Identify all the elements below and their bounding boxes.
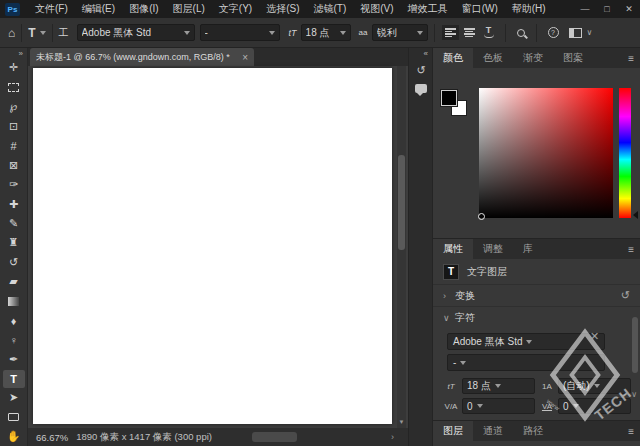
panel-menu-icon[interactable]: ≡ bbox=[628, 239, 634, 259]
rectangle-tool[interactable] bbox=[0, 407, 28, 426]
workspace-panel-icon[interactable] bbox=[569, 28, 582, 38]
font-family-select[interactable]: Adobe 黑体 Std bbox=[77, 24, 195, 41]
menu-help[interactable]: 帮助(H) bbox=[505, 0, 553, 18]
tab-gradients[interactable]: 渐变 bbox=[513, 48, 553, 68]
kerning-select[interactable]: 0 bbox=[462, 398, 535, 414]
menu-layer[interactable]: 图层(L) bbox=[166, 0, 212, 18]
menu-filter[interactable]: 滤镜(T) bbox=[307, 0, 354, 18]
anti-alias-select[interactable]: 锐利 bbox=[372, 24, 428, 41]
healing-brush-tool[interactable]: ✚ bbox=[0, 194, 28, 213]
horizontal-scrollbar-thumb[interactable] bbox=[252, 432, 297, 442]
vertical-scrollbar-thumb[interactable] bbox=[398, 155, 405, 250]
history-brush-tool[interactable]: ↺ bbox=[0, 253, 28, 272]
menu-file[interactable]: 文件(F) bbox=[28, 0, 75, 18]
help-icon[interactable]: ? bbox=[548, 27, 559, 38]
properties-font-family-select[interactable]: Adobe 黑体 Std bbox=[447, 333, 605, 350]
font-style-select[interactable]: - bbox=[200, 24, 280, 41]
search-icon[interactable] bbox=[517, 29, 525, 37]
gradient-tool[interactable] bbox=[0, 292, 28, 311]
marquee-tool[interactable] bbox=[0, 77, 28, 96]
horizontal-scrollbar[interactable] bbox=[252, 432, 372, 442]
tool-preset-caret-icon[interactable] bbox=[40, 31, 46, 35]
menu-window[interactable]: 窗口(W) bbox=[455, 0, 505, 18]
align-center-button[interactable] bbox=[464, 28, 475, 37]
saturation-brightness-picker[interactable] bbox=[479, 88, 613, 218]
tab-channels[interactable]: 通道 bbox=[473, 421, 513, 441]
hand-tool[interactable]: ✋ bbox=[0, 426, 28, 445]
move-tool[interactable]: ✛ bbox=[0, 58, 28, 77]
hue-slider-marker[interactable] bbox=[633, 211, 638, 219]
document-tab[interactable]: 未标题-1 @ 66.7% (www.gndown.com, RGB/8) * … bbox=[30, 48, 254, 66]
menu-plugins[interactable]: 增效工具 bbox=[401, 0, 455, 18]
pen-tool[interactable]: ✒ bbox=[0, 350, 28, 369]
font-size-select[interactable]: 18 点 bbox=[301, 24, 351, 41]
window-controls: — □ ✕ bbox=[574, 0, 640, 18]
crop-tool[interactable]: # bbox=[0, 136, 28, 155]
character-section-header[interactable]: ∨ 字符 bbox=[433, 307, 640, 329]
status-chevron-icon[interactable]: › bbox=[391, 432, 394, 442]
comments-panel-icon[interactable] bbox=[414, 82, 428, 95]
menu-image[interactable]: 图像(I) bbox=[122, 0, 165, 18]
properties-scrollbar-thumb[interactable] bbox=[632, 317, 638, 373]
font-size-setting: tT 18 点 bbox=[443, 378, 535, 394]
font-size-select[interactable]: 18 点 bbox=[462, 378, 535, 394]
tab-patterns[interactable]: 图案 bbox=[553, 48, 593, 68]
scroll-down-icon[interactable]: ∨ bbox=[631, 390, 637, 399]
menu-view[interactable]: 视图(V) bbox=[353, 0, 400, 18]
type-tool-preset-icon[interactable]: T bbox=[28, 26, 35, 40]
menu-select[interactable]: 选择(S) bbox=[259, 0, 306, 18]
panel-menu-icon[interactable]: ≡ bbox=[628, 421, 634, 441]
path-selection-tool[interactable]: ➤ bbox=[0, 388, 28, 407]
close-button[interactable]: ✕ bbox=[618, 0, 640, 18]
warp-text-button[interactable]: T bbox=[484, 27, 494, 38]
history-panel-icon[interactable]: ↺ bbox=[414, 64, 428, 77]
tracking-select[interactable]: 0 bbox=[558, 398, 631, 414]
frame-tool[interactable]: ⊠ bbox=[0, 155, 28, 174]
clone-stamp-tool[interactable]: ♜ bbox=[0, 233, 28, 252]
dock-collapse-icon[interactable]: « bbox=[424, 49, 428, 58]
zoom-level[interactable]: 66.67% bbox=[36, 432, 68, 443]
hue-slider[interactable] bbox=[619, 88, 631, 218]
menu-type[interactable]: 文字(Y) bbox=[212, 0, 259, 18]
lasso-tool[interactable]: ℘ bbox=[0, 97, 28, 116]
color-picker-cursor[interactable] bbox=[478, 213, 485, 220]
brush-tool[interactable]: ✎ bbox=[0, 214, 28, 233]
transform-section-header[interactable]: › 变换 ↺ bbox=[433, 285, 640, 307]
home-icon[interactable]: ⌂ bbox=[8, 26, 15, 40]
anti-alias-value: 锐利 bbox=[377, 26, 413, 40]
menu-edit[interactable]: 编辑(E) bbox=[75, 0, 122, 18]
align-left-button[interactable] bbox=[445, 28, 456, 37]
canvas[interactable] bbox=[33, 68, 392, 424]
maximize-button[interactable]: □ bbox=[596, 0, 618, 18]
toolbar-collapse-icon[interactable]: » bbox=[19, 48, 27, 58]
minimize-button[interactable]: — bbox=[574, 0, 596, 18]
leading-select[interactable]: (自动) bbox=[558, 378, 631, 394]
tab-close-icon[interactable]: × bbox=[242, 52, 248, 63]
tab-libraries[interactable]: 库 bbox=[513, 239, 543, 259]
type-tool[interactable]: T bbox=[3, 370, 25, 388]
text-orientation-icon[interactable]: 工 bbox=[59, 26, 69, 40]
chevron-down-icon bbox=[269, 31, 275, 35]
tab-layers[interactable]: 图层 bbox=[433, 421, 473, 441]
scroll-down-icon[interactable]: ▼ bbox=[397, 416, 406, 428]
speech-bubble-icon bbox=[415, 84, 427, 93]
properties-font-style-select[interactable]: - bbox=[447, 354, 605, 371]
eraser-tool[interactable]: ▰ bbox=[0, 272, 28, 291]
document-tab-bar: 未标题-1 @ 66.7% (www.gndown.com, RGB/8) * … bbox=[28, 48, 408, 66]
eyedropper-tool[interactable]: ✑ bbox=[0, 175, 28, 194]
tab-paths[interactable]: 路径 bbox=[513, 421, 553, 441]
chevron-down-icon bbox=[340, 31, 346, 35]
blur-tool[interactable]: ♦ bbox=[0, 311, 28, 330]
tab-swatches[interactable]: 色板 bbox=[473, 48, 513, 68]
tab-adjustments[interactable]: 调整 bbox=[473, 239, 513, 259]
object-selection-tool[interactable]: ⊡ bbox=[0, 116, 28, 135]
foreground-color-swatch[interactable] bbox=[441, 90, 457, 106]
panel-menu-icon[interactable]: ≡ bbox=[628, 48, 634, 68]
dodge-tool[interactable]: ♀ bbox=[0, 331, 28, 350]
layers-panel: 图层 通道 路径 ≡ bbox=[432, 420, 640, 446]
tab-properties[interactable]: 属性 bbox=[433, 239, 473, 259]
tab-color[interactable]: 颜色 bbox=[433, 48, 473, 68]
chevron-down-icon[interactable]: ∨ bbox=[587, 28, 593, 37]
vertical-scrollbar[interactable] bbox=[397, 66, 406, 416]
reset-transform-icon[interactable]: ↺ bbox=[621, 289, 630, 302]
